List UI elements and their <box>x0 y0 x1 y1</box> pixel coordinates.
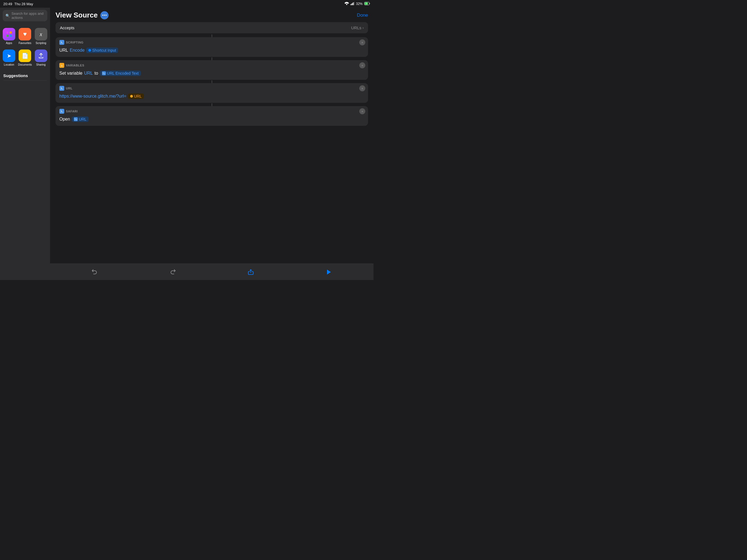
category-label-scripting: SCRIPTING <box>66 41 83 44</box>
status-date: Thu 28 May <box>15 2 33 6</box>
url-encoded-scripting-icon <box>102 71 106 75</box>
main-content: View Source Done Accepts URLs › <box>50 8 374 280</box>
app-label-documents: Documents <box>18 63 32 66</box>
variables-category-icon: x <box>59 63 64 68</box>
encode-label[interactable]: Encode <box>70 48 84 53</box>
battery-percentage: 32% <box>356 2 363 6</box>
app-label-location: Location <box>4 63 14 66</box>
search-icon: 🔍 <box>5 14 10 18</box>
svg-rect-7 <box>6 31 8 34</box>
action-category-variables: x VARIABLES <box>55 60 368 69</box>
accepts-bar[interactable]: Accepts URLs › <box>55 22 368 33</box>
url-token-label: URL <box>134 94 141 98</box>
svg-rect-10 <box>9 35 12 37</box>
done-button[interactable]: Done <box>357 12 368 18</box>
redo-button[interactable] <box>168 267 178 277</box>
connector-line-3 <box>212 80 212 83</box>
category-label-url: URL <box>66 87 73 90</box>
status-time: 20:49 <box>3 2 12 6</box>
app-label-sharing: Sharing <box>36 63 45 66</box>
to-label: to <box>95 71 98 76</box>
suggestions-section: Suggestions <box>0 71 50 82</box>
svg-rect-5 <box>369 3 370 4</box>
safari-category-icon <box>59 109 64 114</box>
app-item-sharing[interactable]: Sharing <box>34 47 48 68</box>
main-layout: 🔍 Search for apps and actions Apps <box>0 8 374 280</box>
close-button-block4[interactable]: × <box>359 108 365 114</box>
more-button[interactable] <box>100 11 108 19</box>
url-variable-name[interactable]: URL <box>84 71 93 76</box>
app-item-location[interactable]: ➤ Location <box>2 47 17 68</box>
suggestions-divider <box>3 80 47 81</box>
svg-point-14 <box>106 15 107 16</box>
action-content-url-value: https://www-source.glitch.me/?url= URL <box>55 92 368 103</box>
svg-rect-3 <box>354 2 354 5</box>
play-button[interactable] <box>324 267 334 277</box>
suggestions-title: Suggestions <box>3 73 28 78</box>
safari-url-token[interactable]: URL <box>72 117 88 122</box>
app-icon-sharing <box>35 50 47 62</box>
bottom-toolbar <box>50 263 374 280</box>
actions-container: Accepts URLs › SCRIPTING <box>50 22 374 263</box>
app-label-favourites: Favourites <box>19 42 31 45</box>
action-block-variables: x VARIABLES Set variable URL to URL <box>55 60 368 80</box>
url-encoded-text-token[interactable]: URL Encoded Text <box>100 71 141 76</box>
app-item-documents[interactable]: 📄 Documents <box>17 47 33 68</box>
app-icon-apps <box>3 28 15 41</box>
action-category-safari: SAFARI <box>55 106 368 115</box>
url-token-dot <box>130 95 133 98</box>
status-bar: 20:49 Thu 28 May 32% <box>0 0 374 8</box>
app-item-favourites[interactable]: ♥ Favourites <box>17 26 33 47</box>
url-value-text[interactable]: https://www-source.glitch.me/?url= <box>59 94 126 99</box>
accepts-label: Accepts <box>60 25 74 30</box>
url-token-orange[interactable]: URL <box>128 94 144 99</box>
share-button[interactable] <box>246 267 256 277</box>
shortcut-input-label: Shortcut Input <box>92 48 116 52</box>
url-category-icon <box>59 86 64 91</box>
sidebar: 🔍 Search for apps and actions Apps <box>0 8 50 280</box>
safari-url-icon <box>74 117 78 121</box>
svg-marker-15 <box>327 270 331 275</box>
shortcut-input-dot <box>88 49 91 52</box>
scripting-category-icon <box>59 40 64 45</box>
shortcut-title: View Source <box>55 11 98 19</box>
category-label-variables: VARIABLES <box>66 64 84 67</box>
close-button-block3[interactable]: × <box>359 85 365 91</box>
app-icon-scripting: x <box>35 28 47 41</box>
app-icon-favourites: ♥ <box>19 28 31 41</box>
status-right: 32% <box>344 2 370 6</box>
action-content-safari-open: Open URL <box>55 115 368 126</box>
search-bar[interactable]: 🔍 Search for apps and actions <box>3 10 47 21</box>
url-encoded-text-label: URL Encoded Text <box>107 71 138 75</box>
url-label: URL <box>59 48 68 53</box>
undo-button[interactable] <box>90 267 100 277</box>
app-icon-documents: 📄 <box>19 50 31 62</box>
connector-line-4 <box>212 103 212 106</box>
shortcut-header: View Source Done <box>50 8 374 22</box>
svg-rect-1 <box>352 3 353 5</box>
app-label-apps: Apps <box>6 42 12 45</box>
shortcut-title-area: View Source <box>55 11 108 19</box>
connector-line-1 <box>212 34 212 37</box>
accepts-chevron-icon: › <box>363 26 364 30</box>
shortcut-input-token[interactable]: Shortcut Input <box>86 48 118 53</box>
accepts-value: URLs › <box>351 25 364 30</box>
svg-rect-8 <box>9 31 12 34</box>
set-variable-label: Set variable <box>59 71 83 76</box>
app-grid: Apps ♥ Favourites x Scripting ♪ <box>0 24 50 71</box>
battery-icon <box>364 2 370 6</box>
close-button-block2[interactable]: × <box>359 62 365 68</box>
action-content-set-variable: Set variable URL to URL Encoded Text <box>55 69 368 80</box>
app-item-scripting[interactable]: x Scripting <box>34 26 48 47</box>
action-block-scripting-url: SCRIPTING URL Encode Shortcut Input × <box>55 37 368 57</box>
search-placeholder: Search for apps and actions <box>11 11 45 20</box>
accepts-value-text: URLs <box>351 25 361 30</box>
svg-rect-9 <box>6 35 8 37</box>
svg-rect-0 <box>351 4 351 5</box>
action-category-scripting: SCRIPTING <box>55 37 368 46</box>
close-button-block1[interactable]: × <box>359 40 365 45</box>
app-item-apps[interactable]: Apps <box>2 26 17 47</box>
safari-url-label: URL <box>79 117 86 121</box>
app-icon-location: ➤ <box>3 50 15 62</box>
svg-point-13 <box>104 15 105 16</box>
